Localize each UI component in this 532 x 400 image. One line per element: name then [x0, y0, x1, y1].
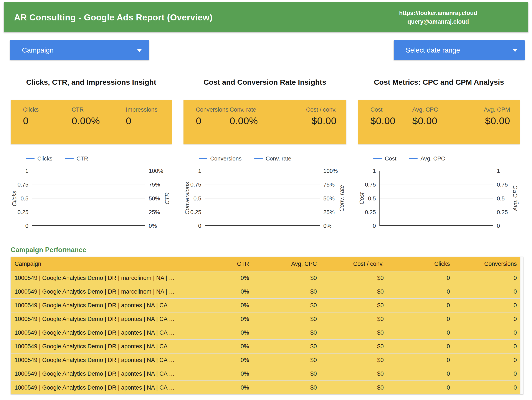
y-axis-tick-label: 0.5 — [497, 195, 505, 202]
line-chart-conversions-rate: Conversions Conv. rate Conversions 10.75… — [184, 155, 346, 226]
table-row[interactable]: 1000549 | Google Analytics Demo | DR | a… — [11, 340, 520, 353]
table-row[interactable]: 1000549 | Google Analytics Demo | DR | m… — [11, 271, 520, 285]
y-axis-tick-label: 0.25 — [17, 209, 28, 216]
table-row[interactable]: 1000549 | Google Analytics Demo | DR | a… — [11, 312, 520, 326]
gridline — [205, 212, 320, 212]
table-row[interactable]: 1000549 | Google Analytics Demo | DR | a… — [11, 381, 520, 394]
conversions-cell: 0 — [453, 271, 520, 285]
legend-item: Clicks — [26, 155, 52, 162]
avg-cpc-cell: $0 — [253, 381, 320, 394]
clicks-cell: 0 — [387, 367, 453, 381]
cost-per-conv-cell: $0 — [320, 271, 387, 285]
section-cost-conversion: Cost and Conversion Rate Insights Conver… — [184, 77, 346, 226]
y-axis-tick-label: 1 — [25, 168, 28, 174]
y-axis-tick-label: 1 — [497, 168, 500, 174]
y-axis-tick-label: 100% — [323, 168, 338, 174]
table-row[interactable]: 1000549 | Google Analytics Demo | DR | a… — [11, 367, 520, 381]
gridline — [32, 212, 145, 212]
campaign-cell[interactable]: 1000549 | Google Analytics Demo | DR | a… — [11, 298, 233, 312]
header-link-email: query@amanraj.cloud — [399, 17, 477, 26]
metric: Impressions 0 — [126, 106, 162, 127]
legend-item: CTR — [65, 155, 88, 162]
table-row[interactable]: 1000549 | Google Analytics Demo | DR | a… — [11, 298, 520, 312]
column-header-avg-cpc[interactable]: Avg. CPC — [253, 257, 320, 271]
legend-label: Conv. rate — [266, 155, 291, 162]
table-header-row: Campaign CTR Avg. CPC Cost / conv. Click… — [11, 257, 520, 271]
legend-line-icon — [373, 158, 382, 159]
date-range-dropdown[interactable]: Select date range — [394, 40, 525, 60]
column-header-conversions[interactable]: Conversions — [453, 257, 520, 271]
conversions-cell: 0 — [453, 285, 520, 298]
ctr-cell: 0% — [233, 381, 253, 394]
left-axis-ticks: 10.750.50.250 — [191, 171, 205, 226]
campaign-filter-dropdown[interactable]: Campaign — [10, 40, 149, 60]
scorecard: Conversions 0 Conv. rate 0.00% Cost / co… — [184, 100, 346, 144]
y-axis-tick-label: 0 — [25, 222, 28, 229]
avg-cpc-cell: $0 — [253, 326, 320, 340]
right-axis-ticks: 100%75%50%25%0% — [320, 171, 337, 226]
y-axis-tick-label: 0.25 — [365, 209, 376, 216]
cost-per-conv-cell: $0 — [320, 326, 387, 340]
metric: Conv. rate 0.00% — [230, 106, 278, 127]
ctr-cell: 0% — [233, 353, 253, 367]
right-axis-title: Conv. rate — [337, 171, 346, 226]
ctr-cell: 0% — [233, 271, 253, 285]
column-header-ctr[interactable]: CTR — [233, 257, 253, 271]
y-axis-tick-label: 50% — [149, 195, 160, 202]
cost-per-conv-cell: $0 — [320, 298, 387, 312]
table-row[interactable]: 1000549 | Google Analytics Demo | DR | m… — [11, 285, 520, 298]
gridline — [380, 198, 493, 198]
gridline — [205, 198, 320, 198]
section-title: Cost and Conversion Rate Insights — [184, 77, 346, 87]
avg-cpc-cell: $0 — [253, 340, 320, 353]
filter-bar: Campaign Select date range — [0, 40, 532, 60]
line-chart-clicks-ctr: Clicks CTR Clicks 10.750.50.250 100%75%5… — [11, 155, 172, 226]
column-header-campaign[interactable]: Campaign — [11, 257, 233, 271]
y-axis-tick-label: 0.75 — [190, 181, 201, 188]
campaign-filter-label: Campaign — [22, 46, 54, 54]
plot-grid: Conversions 10.750.50.250 100%75%50%25%0… — [184, 171, 346, 226]
metric-value: 0 — [126, 115, 162, 127]
campaign-cell[interactable]: 1000549 | Google Analytics Demo | DR | a… — [11, 312, 233, 326]
campaign-cell[interactable]: 1000549 | Google Analytics Demo | DR | a… — [11, 381, 233, 394]
cost-per-conv-cell: $0 — [320, 353, 387, 367]
y-axis-tick-label: 0% — [149, 222, 157, 229]
gridline — [380, 212, 493, 212]
report-header: AR Consulting - Google Ads Report (Overv… — [4, 2, 528, 32]
avg-cpc-cell: $0 — [253, 312, 320, 326]
avg-cpc-cell: $0 — [253, 367, 320, 381]
metric: Cost $0.00 — [370, 106, 412, 127]
campaign-cell[interactable]: 1000549 | Google Analytics Demo | DR | m… — [11, 271, 233, 285]
section-title: Clicks, CTR, and Impressions Insight — [11, 77, 172, 87]
campaign-cell[interactable]: 1000549 | Google Analytics Demo | DR | a… — [11, 340, 233, 353]
legend-line-icon — [409, 158, 418, 159]
y-axis-tick-label: 1 — [373, 168, 376, 174]
y-axis-tick-label: 0.75 — [17, 181, 28, 188]
legend-item: Conv. rate — [254, 155, 291, 162]
table-row[interactable]: 1000549 | Google Analytics Demo | DR | a… — [11, 353, 520, 367]
gridline — [205, 184, 320, 185]
scorecard: Clicks 0 CTR 0.00% Impressions 0 — [11, 100, 172, 144]
campaign-table-body: 1000549 | Google Analytics Demo | DR | m… — [11, 271, 520, 394]
gridline — [32, 184, 145, 185]
column-header-clicks[interactable]: Clicks — [387, 257, 453, 271]
header-link-url: https://looker.amanraj.cloud — [399, 9, 477, 17]
campaign-cell[interactable]: 1000549 | Google Analytics Demo | DR | a… — [11, 367, 233, 381]
y-axis-tick-label: 0% — [323, 222, 332, 229]
metric-label: Avg. CPC — [412, 106, 462, 113]
metric-label: Cost — [370, 106, 412, 113]
table-scrollbar-track[interactable] — [520, 257, 523, 394]
clicks-cell: 0 — [387, 312, 453, 326]
campaign-cell[interactable]: 1000549 | Google Analytics Demo | DR | a… — [11, 326, 233, 340]
legend-label: Conversions — [210, 155, 242, 162]
right-axis-title: CTR — [163, 171, 172, 226]
legend-item: Cost — [373, 155, 396, 162]
time-series-chart: Cost Avg. CPC Cost 10.750.50.250 10.750.… — [358, 155, 520, 226]
table-row[interactable]: 1000549 | Google Analytics Demo | DR | a… — [11, 326, 520, 340]
column-header-cost-per-conv[interactable]: Cost / conv. — [320, 257, 387, 271]
metric-label: Conversions — [196, 106, 230, 113]
clicks-cell: 0 — [387, 285, 453, 298]
campaign-cell[interactable]: 1000549 | Google Analytics Demo | DR | m… — [11, 285, 233, 298]
campaign-cell[interactable]: 1000549 | Google Analytics Demo | DR | a… — [11, 353, 233, 367]
line-chart-cost-cpc: Cost Avg. CPC Cost 10.750.50.250 10.750.… — [358, 155, 520, 226]
